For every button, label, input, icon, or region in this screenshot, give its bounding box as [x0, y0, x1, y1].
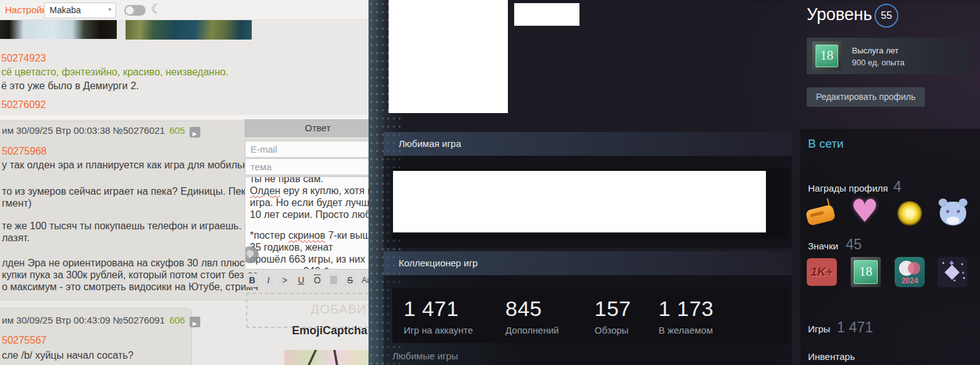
collector-stats-box: 1 471 Игр на аккаунте 845 Дополнений 157…	[392, 288, 789, 343]
game-capsule-area[interactable]	[392, 168, 789, 239]
reply-quote-link[interactable]: 50275968	[2, 146, 46, 157]
leopard-muzzle	[947, 217, 959, 224]
games-count: 1 471	[837, 319, 873, 336]
badge-text: 1K+	[807, 258, 837, 286]
bold-button[interactable]: B	[245, 273, 259, 287]
italic-button[interactable]: I	[262, 273, 275, 287]
level-badge[interactable]: 55	[875, 4, 898, 28]
favorite-game-showcase: Любимая игра	[384, 132, 792, 248]
awards-label[interactable]: Награды профиля	[808, 183, 888, 193]
post-text-line: гмент)	[2, 198, 31, 209]
reply-form-header[interactable]: Ответ	[245, 119, 369, 137]
sparkle-dots	[942, 262, 944, 264]
file-drop-label: ДОБАВИТЬ	[311, 302, 369, 317]
stat-dlc[interactable]: 845 Дополнений	[505, 297, 559, 335]
comment-text-span: еру я куплю, хотя не уве	[281, 185, 369, 196]
games-label[interactable]: Игры	[808, 324, 830, 334]
award-golden-orb[interactable]	[893, 198, 926, 229]
steam-profile-window: Уровень 55 18 Выслуга лет 900 ед. опыта …	[369, 0, 980, 365]
badges-label[interactable]: Значки	[808, 241, 838, 251]
dark-mode-moon-icon[interactable]: ☾	[151, 1, 163, 16]
comment-textarea[interactable]: ты не прав сам. Олден еру я куплю, хотя …	[245, 177, 369, 270]
quote-button[interactable]: >	[278, 273, 291, 287]
stat-label: В желаемом	[659, 325, 714, 335]
comment-line: игра. Но если будет лучше чем	[250, 197, 369, 209]
featured-badge-card[interactable]: 18 Выслуга лет 900 ед. опыта	[807, 38, 972, 74]
profile-right-rail: В сети Награды профиля 4 ♥ Значки 45 1K+	[800, 129, 980, 365]
stat-wishlist[interactable]: 1 173 В желаемом	[659, 297, 714, 335]
comment-line: *постер скринов 7-ки выше	[250, 229, 369, 241]
level-label: Уровень	[807, 5, 872, 25]
badge-steam-2024[interactable]: 2024	[895, 257, 927, 288]
1k-badge-icon: 1K+	[807, 258, 837, 286]
stat-games[interactable]: 1 471 Игр на аккаунте	[404, 297, 473, 335]
chevron-down-icon: ▼	[107, 7, 112, 13]
subject-field[interactable]	[245, 158, 369, 175]
edit-profile-button[interactable]: Редактировать профиль	[807, 87, 925, 107]
underline-button[interactable]: U	[294, 273, 308, 287]
showcase-body	[384, 156, 792, 248]
stat-reviews[interactable]: 157 Обзоры	[595, 297, 631, 335]
reply-quote-link[interactable]: 50276092	[1, 99, 46, 111]
captcha-image[interactable]	[284, 350, 369, 365]
overline-button[interactable]: O	[311, 273, 324, 287]
font-button[interactable]: Aa	[360, 273, 369, 287]
favorite-games-label: Любимые игры	[392, 351, 458, 361]
post-header: им 30/09/25 Втр 00:03:38 №50276021605▶	[2, 125, 200, 138]
badge-years: 18	[812, 48, 841, 63]
file-drop-zone[interactable]: ДОБАВИТЬ	[246, 293, 369, 328]
play-icon: ▶	[193, 320, 197, 327]
spoiler-button[interactable]	[327, 273, 340, 287]
screen: Настройки Makaba ▼ ☾ 50274923 сё цветаст…	[0, 0, 980, 365]
cube-icon	[944, 264, 959, 280]
board-style-select[interactable]: Makaba ▼	[44, 3, 116, 18]
censored-username	[514, 3, 579, 26]
stat-label: Игр на аккаунте	[404, 325, 473, 335]
section-separator	[0, 115, 369, 119]
award-sparkle-heart[interactable]: ♥	[849, 198, 882, 229]
droplet-icon	[245, 249, 256, 259]
strike-button[interactable]: S	[343, 273, 357, 287]
post-text-line: купки пука за 300к рублей, который потом…	[2, 270, 258, 281]
post-text-line: то из зумеров сейчас играет на пека? Еди…	[2, 186, 266, 197]
badge-winter-sale[interactable]	[937, 257, 970, 288]
online-status: В сети	[808, 137, 844, 151]
comment-line: Олден еру я куплю, хотя не уве	[250, 185, 369, 197]
stat-value: 157	[595, 297, 631, 321]
stat-value: 1 173	[659, 297, 714, 321]
award-snow-leopard[interactable]	[937, 198, 970, 229]
email-field[interactable]	[245, 141, 369, 158]
post-text-line: те же 100 тысяч ты покупаешь телефон и и…	[2, 221, 256, 232]
showcase-header: Коллекционер игр	[384, 251, 792, 275]
badge-1k-games[interactable]: 1K+	[807, 257, 839, 288]
post-text-line: сле /b/ хуйцы начал сосать?	[2, 350, 134, 361]
level-value: 55	[881, 10, 892, 21]
post-text-line: лден Эра не ориентирована на скуфов 30 л…	[2, 258, 265, 269]
post-image-thumbnail[interactable]	[0, 20, 117, 39]
toy-phone-icon	[805, 204, 836, 226]
post-count: 606	[170, 315, 185, 325]
post-text-line: о максимум - это смотреть видосики на Ют…	[2, 281, 258, 293]
theme-toggle[interactable]	[124, 5, 146, 16]
years-badge-icon: 18	[851, 257, 881, 287]
showcase-header: Любимая игра	[384, 132, 792, 156]
award-toy-phone[interactable]	[805, 198, 838, 229]
reply-form-title: Ответ	[245, 120, 369, 136]
expand-thread-button[interactable]: ▶	[190, 317, 200, 327]
stat-label: Обзоры	[595, 325, 631, 335]
reply-quote-link[interactable]: 50275567	[2, 335, 46, 346]
imageboard-window: Настройки Makaba ▼ ☾ 50274923 сё цветаст…	[0, 0, 369, 365]
misspelled-word: скринов	[288, 230, 325, 241]
reply-quote-link[interactable]: 50274923	[1, 53, 46, 64]
badge-xp: 900 ед. опыта	[852, 58, 905, 67]
post-header: им 30/09/25 Втр 00:43:09 №50276091606▶	[2, 315, 200, 327]
expand-thread-button[interactable]: ▶	[190, 127, 200, 138]
badge-year: 2024	[895, 276, 925, 285]
comment-line: 35 годиков, женат	[250, 241, 369, 253]
inventory-label[interactable]: Инвентарь	[808, 351, 855, 362]
post-count: 605	[170, 125, 185, 136]
post-image-thumbnail[interactable]	[126, 20, 252, 40]
comment-line: пекарня за 240к*	[250, 265, 369, 270]
post-meta: им 30/09/25 Втр 00:43:09 №50276091	[2, 315, 165, 325]
badge-years-of-service[interactable]: 18	[851, 257, 883, 288]
